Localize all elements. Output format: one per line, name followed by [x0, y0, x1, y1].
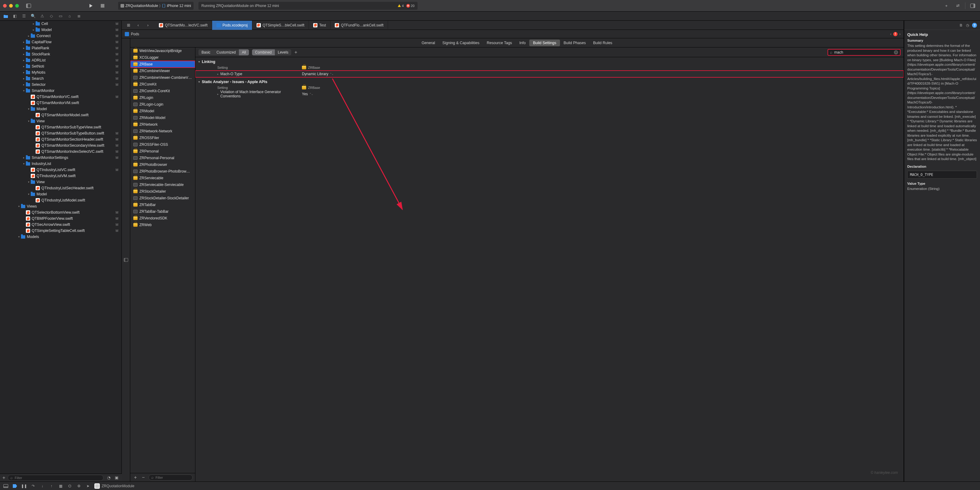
pause-icon[interactable]: ❚❚	[21, 484, 27, 488]
targets-filter[interactable]: ⌕	[148, 474, 192, 480]
view-segmented-control[interactable]: CombinedLevels	[252, 49, 291, 56]
project-tab[interactable]: General	[418, 40, 439, 46]
toggle-left-panel-icon[interactable]	[24, 2, 33, 10]
jump-prev-icon[interactable]: ‹	[890, 32, 891, 36]
target-row[interactable]: ZRWeb	[130, 221, 195, 228]
folder-row[interactable]: ▸ADRListM	[0, 57, 121, 63]
target-row[interactable]: ZRCombineViewer	[130, 68, 195, 74]
run-button[interactable]	[86, 2, 95, 10]
zoom-window-icon[interactable]	[15, 4, 19, 8]
add-file-button[interactable]: +	[2, 475, 5, 480]
target-row[interactable]: ZRTabBar	[130, 202, 195, 208]
disclosure-triangle-icon[interactable]: ▾	[27, 107, 30, 110]
minimize-window-icon[interactable]	[9, 4, 13, 8]
target-row[interactable]: WebViewJavascriptBridge	[130, 48, 195, 54]
debug-process[interactable]: ZRQuotationModule	[94, 483, 134, 489]
target-row[interactable]: ZRPersonal	[130, 148, 195, 154]
target-row[interactable]: ZRStockDetailer-StockDetailer	[130, 195, 195, 202]
editor-tab[interactable]: QTSimpleS…bleCell.swift	[252, 21, 309, 30]
disclosure-triangle-icon[interactable]: ▾	[17, 205, 21, 208]
clear-search-icon[interactable]: ✕	[894, 50, 898, 54]
disclosure-triangle-icon[interactable]: ▸	[22, 156, 25, 159]
target-row[interactable]: ZRTabBar-TabBar	[130, 208, 195, 215]
target-row[interactable]: ZRServiecable-Serviecable	[130, 181, 195, 188]
segment-option[interactable]: Customized	[213, 49, 239, 56]
folder-row[interactable]: ▾SmartMonitor	[0, 88, 121, 94]
file-row[interactable]: QTSelectorBottomView.swiftM	[0, 209, 121, 215]
disclosure-triangle-icon[interactable]: ▾	[27, 180, 30, 183]
project-tab[interactable]: Build Rules	[590, 40, 616, 46]
disclosure-triangle-icon[interactable]: ▸	[22, 59, 25, 62]
target-row[interactable]: ZRModel-Model	[130, 115, 195, 121]
issue-jump-icon[interactable]: !	[893, 32, 897, 36]
build-setting-row[interactable]: Mach-O TypeDynamic Library⌃⌄	[196, 71, 904, 77]
quick-help-inspector-icon[interactable]: ?	[972, 23, 977, 28]
folder-row[interactable]: ▾Models	[0, 234, 121, 240]
folder-row[interactable]: ▸SearchM	[0, 75, 121, 81]
error-badge[interactable]: ✕ 20	[406, 4, 415, 8]
target-row[interactable]: ZRLogin	[130, 94, 195, 101]
project-tab[interactable]: Resource Tags	[483, 40, 515, 46]
folder-row[interactable]: ▾Model	[0, 191, 121, 197]
file-row[interactable]: QTSmartMonitorVC.swiftM	[0, 94, 121, 100]
targets-filter-input[interactable]	[156, 476, 190, 479]
target-row[interactable]: ZRModel	[130, 108, 195, 115]
file-row[interactable]: QTIndustryListSecHeader.swift	[0, 185, 121, 191]
recent-files-icon[interactable]: ◔	[106, 476, 111, 480]
breakpoints-icon[interactable]	[12, 484, 18, 488]
jump-next-icon[interactable]: ›	[899, 32, 900, 36]
scheme-selector[interactable]: ZRQuotationModule ⟩ iPhone 12 mini	[118, 2, 194, 10]
disclosure-triangle-icon[interactable]: ▾	[22, 162, 25, 165]
build-settings-search[interactable]: ⌕ ✕	[827, 49, 900, 56]
go-forward-icon[interactable]: ›	[144, 21, 152, 30]
disclosure-triangle-icon[interactable]: ▸	[22, 71, 25, 74]
target-row[interactable]: ZROSSFiler	[130, 135, 195, 141]
target-row[interactable]: ZRPhotoBrowser-PhotoBrow…	[130, 168, 195, 175]
disclosure-triangle-icon[interactable]: ▸	[22, 52, 25, 56]
project-tab[interactable]: Info	[515, 40, 529, 46]
target-row[interactable]: ZRCombineViewer-CombineV…	[130, 74, 195, 81]
segment-option[interactable]: Combined	[252, 49, 275, 56]
target-row[interactable]: XCGLogger	[130, 54, 195, 61]
folder-row[interactable]: ▸ConnectM	[0, 33, 121, 39]
code-review-icon[interactable]: ⇄	[953, 2, 962, 10]
project-navigator[interactable]: ▸CellM▸ModelM▸ConnectM▸CapitalFlowM▸Plat…	[0, 21, 122, 482]
file-inspector-icon[interactable]: 🗎	[959, 23, 963, 27]
disclosure-triangle-icon[interactable]: ▸	[22, 83, 25, 86]
file-row[interactable]: QTIndustryListVM.swift	[0, 173, 121, 179]
disclosure-triangle-icon[interactable]: ▸	[22, 46, 25, 49]
disclosure-triangle-icon[interactable]: ▾	[27, 119, 30, 123]
editor-tab[interactable]: QTSmartMo…lectVC.swift	[154, 21, 212, 30]
disclosure-triangle-icon[interactable]: ▸	[22, 77, 25, 80]
folder-row[interactable]: ▸SelectorM	[0, 81, 121, 88]
segment-option[interactable]: Basic	[199, 49, 213, 56]
disclosure-triangle-icon[interactable]: ▸	[22, 65, 25, 68]
scm-status-filter-icon[interactable]: ▣	[114, 476, 119, 480]
editor-tab[interactable]: QTFundFlo…ankCell.swift	[331, 21, 388, 30]
editor-tab[interactable]: Test	[309, 21, 331, 30]
step-out-icon[interactable]: ↑	[49, 484, 54, 488]
test-navigator-icon[interactable]: ◇	[48, 13, 55, 19]
stop-button[interactable]	[98, 2, 107, 10]
folder-row[interactable]: ▸StockRankM	[0, 51, 121, 57]
report-navigator-icon[interactable]: ≣	[75, 13, 82, 19]
folder-row[interactable]: ▾Views	[0, 203, 121, 209]
setting-value[interactable]: Dynamic Library	[302, 72, 328, 76]
history-inspector-icon[interactable]: ◷	[966, 23, 969, 27]
target-row[interactable]: ZRBase	[130, 61, 195, 68]
folder-row[interactable]: ▾View	[0, 118, 121, 124]
close-window-icon[interactable]	[3, 4, 7, 8]
remove-target-button[interactable]: −	[141, 475, 146, 480]
library-icon[interactable]	[969, 2, 977, 10]
file-row[interactable]: QTSimpleSettingTableCell.swiftM	[0, 228, 121, 234]
step-into-icon[interactable]: ↓	[40, 484, 45, 488]
folder-row[interactable]: ▸MyNotisM	[0, 69, 121, 75]
add-target-button[interactable]: +	[133, 475, 138, 480]
add-tab-icon[interactable]: ＋	[942, 2, 950, 10]
view-debug-icon[interactable]: ▦	[58, 484, 63, 488]
folder-row[interactable]: ▾Model	[0, 106, 121, 112]
target-row[interactable]: ZRCoreKit-CoreKit	[130, 88, 195, 94]
settings-section-header[interactable]: Linking	[196, 57, 904, 65]
target-row[interactable]: ZRPersonal-Personal	[130, 154, 195, 161]
folder-row[interactable]: ▸SetNotiM	[0, 63, 121, 69]
